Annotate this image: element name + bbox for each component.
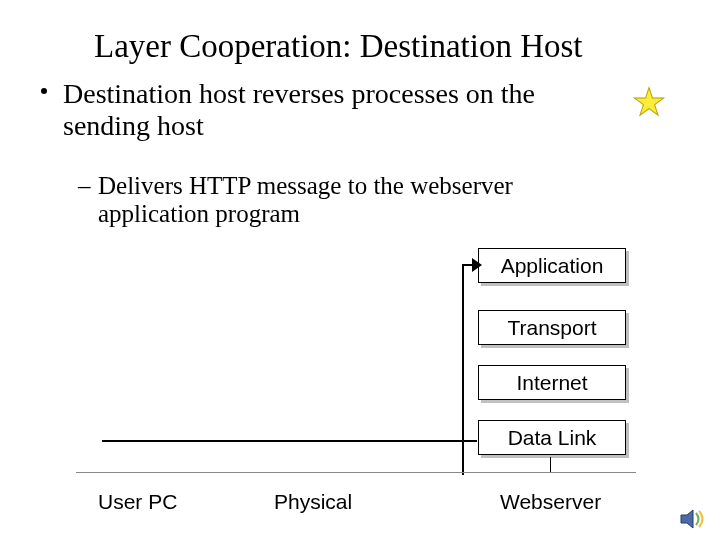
layer-box-transport: Transport [478,310,626,345]
bullet-level2: – Delivers HTTP message to the webserver… [98,172,513,228]
arrow-horizontal [102,440,477,442]
slide: Layer Cooperation: Destination Host Dest… [0,0,720,540]
label-physical: Physical [274,490,352,514]
svg-marker-0 [681,510,693,528]
bullet-dot-icon [41,88,47,94]
label-webserver: Webserver [500,490,601,514]
bullet-level1: Destination host reverses processes on t… [63,78,535,142]
bullet-dash-icon: – [78,172,91,200]
layer-box-datalink: Data Link [478,420,626,455]
speaker-icon [680,508,706,530]
bullet2-line2: application program [98,200,300,227]
layer-box-internet: Internet [478,365,626,400]
bullet2-line1: Delivers HTTP message to the webserver [98,172,513,199]
bullet1-line1: Destination host reverses processes on t… [63,78,535,109]
arrow-vertical [462,264,464,475]
separator-line [76,472,636,473]
arrowhead-icon [472,258,482,272]
bullet1-line2: sending host [63,110,204,141]
webserver-stub [550,457,551,472]
slide-title: Layer Cooperation: Destination Host [94,28,582,65]
layer-box-application: Application [478,248,626,283]
label-user-pc: User PC [98,490,177,514]
star-icon: ★ [632,80,666,124]
